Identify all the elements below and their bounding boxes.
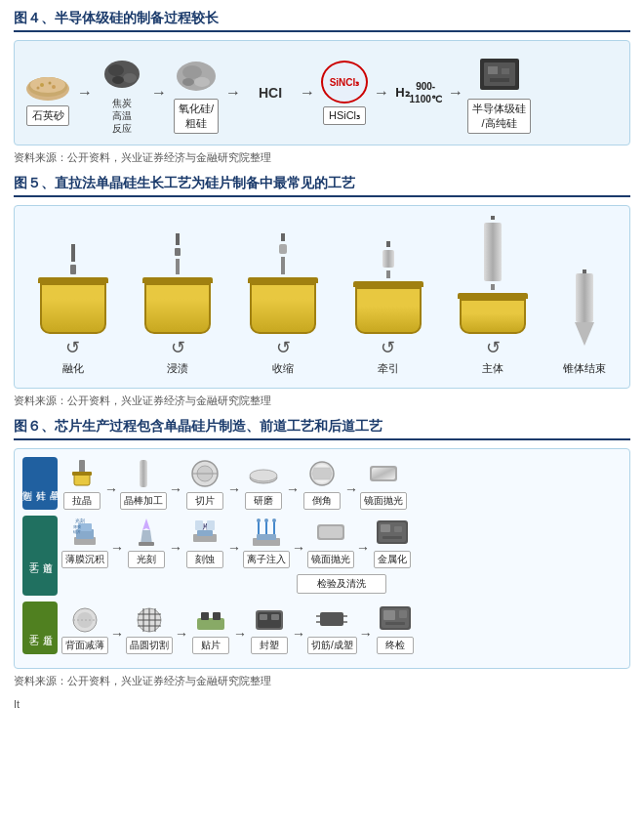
svg-rect-56 xyxy=(319,526,342,538)
svg-rect-74 xyxy=(213,612,221,620)
arrow1: → xyxy=(77,84,93,102)
fig6-step-jingmian2: 镜面抛光 xyxy=(307,516,354,568)
arr-3: → xyxy=(227,470,241,497)
figure4-section: 图４、半导体级硅的制备过程较长 石英砂 xyxy=(14,10,630,165)
figure5-source: 资料来源：公开资料，兴业证券经济与金融研究院整理 xyxy=(14,394,630,408)
svg-point-6 xyxy=(37,87,40,90)
svg-rect-41 xyxy=(139,542,154,546)
fig5-label-body: 主体 xyxy=(482,361,503,376)
arr-1: → xyxy=(104,470,118,497)
arr-b2: → xyxy=(175,614,188,642)
arrow5: → xyxy=(374,84,389,102)
lajing-icon xyxy=(61,457,102,490)
fig5-label-contract: 收缩 xyxy=(272,361,294,376)
svg-rect-77 xyxy=(260,614,267,620)
arr-b3: → xyxy=(233,614,247,642)
fig6-step-jinshuhua: 金属化 xyxy=(372,516,413,568)
fig4-step-silica: 石英砂 xyxy=(22,60,73,126)
h2-icon: H₂900-1100℃ xyxy=(393,71,444,114)
figure6-source: 资料来源：公开资料，兴业证券经济与金融研究院整理 xyxy=(14,674,630,688)
svg-rect-32 xyxy=(372,468,395,479)
figure4-container: 石英砂 → 焦炭高温反应 → xyxy=(14,40,630,145)
svg-point-13 xyxy=(194,77,210,87)
keshi-icon: 硅片 xyxy=(184,516,225,549)
svg-point-54 xyxy=(272,519,276,522)
svg-point-3 xyxy=(40,83,44,87)
arrow4: → xyxy=(300,84,315,102)
fig6-label-zhoujian: 终检 xyxy=(377,637,414,654)
fig5-label-cone: 锥体结束 xyxy=(563,361,606,376)
fig5-step-contract: ↺ 收缩 xyxy=(248,233,318,376)
fig6-steps-back: 背面减薄 → 晶圆 xyxy=(61,602,622,654)
arr-b1: → xyxy=(110,614,124,642)
svg-rect-59 xyxy=(381,524,390,532)
coke-icon xyxy=(97,51,147,94)
arr-f1: → xyxy=(110,528,124,556)
bottom-text: It xyxy=(14,698,630,710)
fig6-label-bojimo: 薄膜沉积 xyxy=(61,551,108,568)
svg-rect-72 xyxy=(197,618,224,630)
svg-point-53 xyxy=(264,519,268,522)
hsicl3-icon: SiNCl₃ xyxy=(319,61,370,104)
arr-f3: → xyxy=(227,528,241,556)
fig6-label-jinshuhua: 金属化 xyxy=(374,551,411,568)
fig6-step-lajing: 拉晶 xyxy=(61,457,102,510)
fig6-row-back: 后道工艺 背面减薄 → xyxy=(22,602,622,654)
fig6-label-lajing: 拉晶 xyxy=(63,492,101,510)
fig4-step-oxide: 氧化硅/粗硅 xyxy=(171,53,221,134)
tiepian-icon xyxy=(190,602,231,635)
fig6-label-jingmian2: 镜面抛光 xyxy=(307,551,354,568)
fig6-steps-front-wrap: 光刻 薄膜 硅片 薄膜沉积 → xyxy=(61,516,622,596)
fig4-label-semi: 半导体级硅/高纯硅 xyxy=(467,99,531,134)
fig6-step-qiejin: 切筋/成塑 xyxy=(307,602,357,654)
fig6-label-qiepian: 切片 xyxy=(186,492,223,510)
fig4-label-silica: 石英砂 xyxy=(26,105,69,126)
lizi-icon xyxy=(246,516,287,549)
jinshuhua-icon xyxy=(372,516,413,549)
semi-icon xyxy=(474,53,525,96)
fig6-special-jianchaq: 检验及清洗 xyxy=(61,574,622,594)
arr-f5: → xyxy=(356,528,370,556)
svg-rect-18 xyxy=(502,68,509,74)
fig6-label-lizi: 离子注入 xyxy=(243,551,290,568)
arr-f4: → xyxy=(292,528,305,556)
figure5-section: 图５、直拉法单晶硅生长工艺为硅片制备中最常见的工艺 ↺ 融化 xyxy=(14,175,630,408)
fig5-step-pull: ↺ 牵引 xyxy=(353,241,423,376)
svg-point-9 xyxy=(123,73,137,83)
jianchaq-box: 检验及清洗 xyxy=(297,574,386,594)
svg-rect-22 xyxy=(72,472,92,476)
figure5-flow: ↺ 融化 ↺ 浸渍 xyxy=(22,216,622,376)
arr-f2: → xyxy=(169,528,182,556)
jingmian-icon xyxy=(363,457,404,490)
figure6-container: 单晶硅片制造 拉晶 → xyxy=(14,448,630,669)
svg-rect-60 xyxy=(394,526,402,532)
fig6-step-beimian: 背面减薄 xyxy=(61,602,108,654)
svg-rect-88 xyxy=(385,622,405,625)
fig6-steps-wafer: 拉晶 → 晶棒加工 → xyxy=(61,457,622,510)
figure6-title: 图６、芯片生产过程包含单晶硅片制造、前道工艺和后道工艺 xyxy=(14,418,630,440)
fig5-label-melt: 融化 xyxy=(62,361,84,376)
fig5-label-pull: 牵引 xyxy=(378,361,399,376)
figure4-title: 图４、半导体级硅的制备过程较长 xyxy=(14,10,630,32)
svg-rect-17 xyxy=(488,66,498,74)
svg-point-2 xyxy=(30,77,65,93)
figure5-container: ↺ 融化 ↺ 浸渍 xyxy=(14,205,630,389)
svg-rect-45 xyxy=(195,520,203,530)
fig6-label-jingqie: 晶圆切割 xyxy=(126,637,173,654)
beimian-icon xyxy=(64,602,105,635)
fig6-step-fengsu: 封塑 xyxy=(249,602,290,654)
fig6-label-qiejin: 切筋/成塑 xyxy=(307,637,357,654)
svg-marker-40 xyxy=(141,530,152,544)
fig6-step-zhoujian: 终检 xyxy=(375,602,416,654)
figure6-section: 图６、芯片生产过程包含单晶硅片制造、前道工艺和后道工艺 单晶硅片制造 拉晶 → xyxy=(14,418,630,688)
arr-5: → xyxy=(344,470,358,497)
fig6-steps-front: 光刻 薄膜 硅片 薄膜沉积 → xyxy=(61,516,622,568)
arrow2: → xyxy=(151,84,167,102)
fig6-row-front: 前道工艺 光刻 薄膜 硅片 xyxy=(22,516,622,596)
arr-4: → xyxy=(286,470,300,497)
hcl-icon: HCI xyxy=(245,71,296,114)
fig6-label-fengsu: 封塑 xyxy=(251,637,288,654)
svg-rect-86 xyxy=(383,610,395,620)
svg-rect-46 xyxy=(207,520,215,530)
fengsu-icon xyxy=(249,602,290,635)
